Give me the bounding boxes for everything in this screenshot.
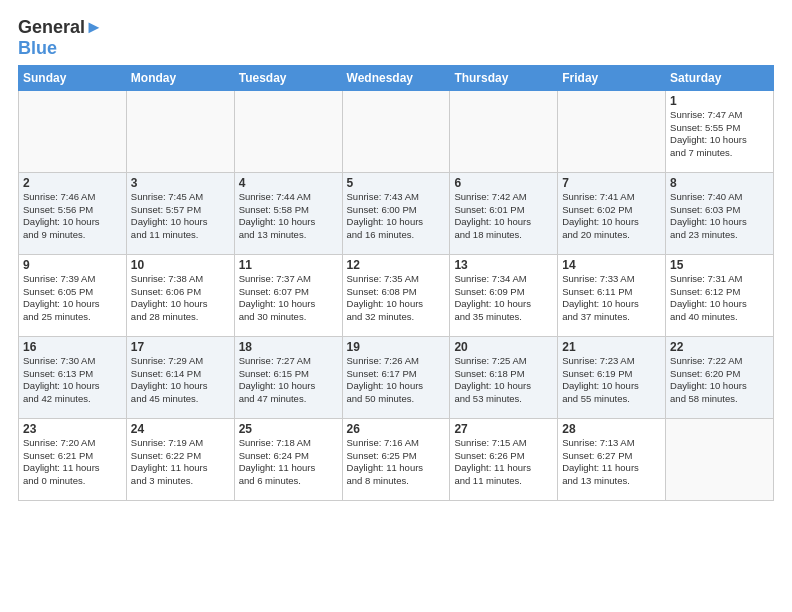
day-number: 13 (454, 258, 553, 272)
day-number: 1 (670, 94, 769, 108)
day-number: 23 (23, 422, 122, 436)
calendar: SundayMondayTuesdayWednesdayThursdayFrid… (18, 65, 774, 501)
day-number: 27 (454, 422, 553, 436)
day-info: Sunrise: 7:44 AM Sunset: 5:58 PM Dayligh… (239, 191, 338, 242)
day-number: 18 (239, 340, 338, 354)
calendar-week-row: 9Sunrise: 7:39 AM Sunset: 6:05 PM Daylig… (19, 254, 774, 336)
day-number: 10 (131, 258, 230, 272)
calendar-cell: 22Sunrise: 7:22 AM Sunset: 6:20 PM Dayli… (666, 336, 774, 418)
logo-blue-text: Blue (18, 38, 103, 59)
calendar-cell (342, 90, 450, 172)
day-number: 7 (562, 176, 661, 190)
day-info: Sunrise: 7:45 AM Sunset: 5:57 PM Dayligh… (131, 191, 230, 242)
day-info: Sunrise: 7:22 AM Sunset: 6:20 PM Dayligh… (670, 355, 769, 406)
calendar-week-row: 23Sunrise: 7:20 AM Sunset: 6:21 PM Dayli… (19, 418, 774, 500)
calendar-cell: 15Sunrise: 7:31 AM Sunset: 6:12 PM Dayli… (666, 254, 774, 336)
day-info: Sunrise: 7:31 AM Sunset: 6:12 PM Dayligh… (670, 273, 769, 324)
calendar-cell: 2Sunrise: 7:46 AM Sunset: 5:56 PM Daylig… (19, 172, 127, 254)
day-number: 26 (347, 422, 446, 436)
day-number: 19 (347, 340, 446, 354)
day-number: 5 (347, 176, 446, 190)
calendar-cell: 26Sunrise: 7:16 AM Sunset: 6:25 PM Dayli… (342, 418, 450, 500)
day-number: 3 (131, 176, 230, 190)
calendar-week-row: 2Sunrise: 7:46 AM Sunset: 5:56 PM Daylig… (19, 172, 774, 254)
day-number: 6 (454, 176, 553, 190)
calendar-cell (126, 90, 234, 172)
calendar-cell: 27Sunrise: 7:15 AM Sunset: 6:26 PM Dayli… (450, 418, 558, 500)
logo-blue: ► (85, 17, 103, 37)
calendar-cell (558, 90, 666, 172)
day-info: Sunrise: 7:34 AM Sunset: 6:09 PM Dayligh… (454, 273, 553, 324)
day-info: Sunrise: 7:18 AM Sunset: 6:24 PM Dayligh… (239, 437, 338, 488)
calendar-cell: 14Sunrise: 7:33 AM Sunset: 6:11 PM Dayli… (558, 254, 666, 336)
calendar-header-row: SundayMondayTuesdayWednesdayThursdayFrid… (19, 65, 774, 90)
calendar-cell: 4Sunrise: 7:44 AM Sunset: 5:58 PM Daylig… (234, 172, 342, 254)
col-header-saturday: Saturday (666, 65, 774, 90)
calendar-cell: 20Sunrise: 7:25 AM Sunset: 6:18 PM Dayli… (450, 336, 558, 418)
day-info: Sunrise: 7:25 AM Sunset: 6:18 PM Dayligh… (454, 355, 553, 406)
calendar-cell: 10Sunrise: 7:38 AM Sunset: 6:06 PM Dayli… (126, 254, 234, 336)
day-number: 20 (454, 340, 553, 354)
day-number: 22 (670, 340, 769, 354)
calendar-cell: 18Sunrise: 7:27 AM Sunset: 6:15 PM Dayli… (234, 336, 342, 418)
calendar-cell: 13Sunrise: 7:34 AM Sunset: 6:09 PM Dayli… (450, 254, 558, 336)
day-info: Sunrise: 7:30 AM Sunset: 6:13 PM Dayligh… (23, 355, 122, 406)
calendar-cell (234, 90, 342, 172)
calendar-cell: 25Sunrise: 7:18 AM Sunset: 6:24 PM Dayli… (234, 418, 342, 500)
day-info: Sunrise: 7:35 AM Sunset: 6:08 PM Dayligh… (347, 273, 446, 324)
day-info: Sunrise: 7:16 AM Sunset: 6:25 PM Dayligh… (347, 437, 446, 488)
day-number: 9 (23, 258, 122, 272)
calendar-cell (19, 90, 127, 172)
col-header-friday: Friday (558, 65, 666, 90)
day-number: 8 (670, 176, 769, 190)
col-header-monday: Monday (126, 65, 234, 90)
col-header-wednesday: Wednesday (342, 65, 450, 90)
day-info: Sunrise: 7:19 AM Sunset: 6:22 PM Dayligh… (131, 437, 230, 488)
calendar-cell: 6Sunrise: 7:42 AM Sunset: 6:01 PM Daylig… (450, 172, 558, 254)
day-info: Sunrise: 7:38 AM Sunset: 6:06 PM Dayligh… (131, 273, 230, 324)
page: General► Blue SundayMondayTuesdayWednesd… (0, 0, 792, 612)
logo-text: General► (18, 18, 103, 38)
calendar-cell: 28Sunrise: 7:13 AM Sunset: 6:27 PM Dayli… (558, 418, 666, 500)
day-info: Sunrise: 7:29 AM Sunset: 6:14 PM Dayligh… (131, 355, 230, 406)
calendar-cell: 8Sunrise: 7:40 AM Sunset: 6:03 PM Daylig… (666, 172, 774, 254)
col-header-sunday: Sunday (19, 65, 127, 90)
day-info: Sunrise: 7:42 AM Sunset: 6:01 PM Dayligh… (454, 191, 553, 242)
calendar-cell: 16Sunrise: 7:30 AM Sunset: 6:13 PM Dayli… (19, 336, 127, 418)
day-info: Sunrise: 7:23 AM Sunset: 6:19 PM Dayligh… (562, 355, 661, 406)
calendar-cell: 7Sunrise: 7:41 AM Sunset: 6:02 PM Daylig… (558, 172, 666, 254)
day-info: Sunrise: 7:26 AM Sunset: 6:17 PM Dayligh… (347, 355, 446, 406)
day-number: 12 (347, 258, 446, 272)
day-number: 15 (670, 258, 769, 272)
calendar-cell: 1Sunrise: 7:47 AM Sunset: 5:55 PM Daylig… (666, 90, 774, 172)
day-info: Sunrise: 7:20 AM Sunset: 6:21 PM Dayligh… (23, 437, 122, 488)
calendar-cell: 11Sunrise: 7:37 AM Sunset: 6:07 PM Dayli… (234, 254, 342, 336)
calendar-cell: 24Sunrise: 7:19 AM Sunset: 6:22 PM Dayli… (126, 418, 234, 500)
calendar-cell: 12Sunrise: 7:35 AM Sunset: 6:08 PM Dayli… (342, 254, 450, 336)
calendar-cell: 9Sunrise: 7:39 AM Sunset: 6:05 PM Daylig… (19, 254, 127, 336)
day-number: 21 (562, 340, 661, 354)
day-info: Sunrise: 7:33 AM Sunset: 6:11 PM Dayligh… (562, 273, 661, 324)
day-number: 2 (23, 176, 122, 190)
day-number: 4 (239, 176, 338, 190)
day-number: 11 (239, 258, 338, 272)
calendar-cell: 21Sunrise: 7:23 AM Sunset: 6:19 PM Dayli… (558, 336, 666, 418)
day-info: Sunrise: 7:13 AM Sunset: 6:27 PM Dayligh… (562, 437, 661, 488)
calendar-cell: 17Sunrise: 7:29 AM Sunset: 6:14 PM Dayli… (126, 336, 234, 418)
day-number: 28 (562, 422, 661, 436)
day-number: 24 (131, 422, 230, 436)
header: General► Blue (18, 18, 774, 59)
day-info: Sunrise: 7:37 AM Sunset: 6:07 PM Dayligh… (239, 273, 338, 324)
calendar-cell (450, 90, 558, 172)
calendar-cell: 23Sunrise: 7:20 AM Sunset: 6:21 PM Dayli… (19, 418, 127, 500)
calendar-cell: 5Sunrise: 7:43 AM Sunset: 6:00 PM Daylig… (342, 172, 450, 254)
day-number: 17 (131, 340, 230, 354)
day-number: 14 (562, 258, 661, 272)
day-number: 16 (23, 340, 122, 354)
day-info: Sunrise: 7:40 AM Sunset: 6:03 PM Dayligh… (670, 191, 769, 242)
day-number: 25 (239, 422, 338, 436)
calendar-cell (666, 418, 774, 500)
day-info: Sunrise: 7:15 AM Sunset: 6:26 PM Dayligh… (454, 437, 553, 488)
calendar-cell: 3Sunrise: 7:45 AM Sunset: 5:57 PM Daylig… (126, 172, 234, 254)
col-header-tuesday: Tuesday (234, 65, 342, 90)
